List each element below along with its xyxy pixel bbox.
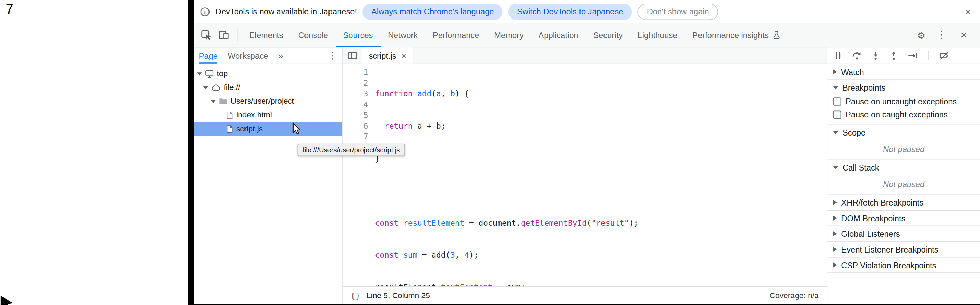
always-match-language-button[interactable]: Always match Chrome's language bbox=[363, 3, 503, 19]
flask-icon bbox=[773, 30, 781, 40]
tab-performance-insights[interactable]: Performance insights bbox=[685, 23, 788, 47]
kebab-menu-icon[interactable]: ⋮ bbox=[932, 26, 950, 44]
chevron-down-icon bbox=[833, 166, 838, 169]
section-label: Event Listener Breakpoints bbox=[841, 244, 938, 254]
section-label: Call Stack bbox=[843, 163, 879, 172]
coverage-status: Coverage: n/a bbox=[770, 291, 819, 300]
navigator-overflow-menu-icon[interactable]: ⋮ bbox=[328, 50, 337, 61]
section-scope-header[interactable]: Scope bbox=[827, 125, 980, 140]
chevron-right-icon bbox=[833, 231, 837, 236]
pause-uncaught-exceptions-row[interactable]: Pause on uncaught exceptions bbox=[827, 95, 980, 108]
step-icon[interactable] bbox=[908, 51, 918, 60]
devtools-close-icon[interactable]: × bbox=[953, 25, 975, 45]
info-icon bbox=[200, 6, 210, 16]
deactivate-breakpoints-icon[interactable] bbox=[940, 51, 950, 60]
code-line bbox=[375, 185, 827, 196]
section-dom-breakpoints-header[interactable]: DOM Breakpoints bbox=[827, 211, 980, 226]
folder-icon bbox=[219, 97, 228, 106]
toggle-navigator-icon[interactable] bbox=[342, 47, 363, 64]
expand-arrow-icon[interactable] bbox=[210, 100, 216, 103]
pause-uncaught-exceptions-checkbox[interactable] bbox=[833, 97, 842, 106]
tab-lighthouse[interactable]: Lighthouse bbox=[630, 23, 685, 47]
section-call-stack-header[interactable]: Call Stack bbox=[827, 160, 980, 175]
line-number: 2 bbox=[342, 78, 368, 88]
devtools-window: DevTools is now available in Japanese! A… bbox=[188, 0, 980, 305]
tree-item-index-html[interactable]: index.html bbox=[194, 108, 342, 122]
tab-elements[interactable]: Elements bbox=[242, 23, 291, 47]
cursor-position: Line 5, Column 25 bbox=[367, 291, 430, 300]
tab-performance[interactable]: Performance bbox=[425, 23, 487, 47]
cloud-icon bbox=[211, 83, 221, 92]
section-label: Breakpoints bbox=[843, 83, 885, 92]
navigator-pane: Page Workspace » ⋮ top bbox=[194, 47, 342, 303]
tab-memory[interactable]: Memory bbox=[487, 23, 531, 47]
section-event-listener-breakpoints-header[interactable]: Event Listener Breakpoints bbox=[827, 242, 980, 257]
section-global-listeners-header[interactable]: Global Listeners bbox=[827, 226, 980, 241]
switch-devtools-japanese-button[interactable]: Switch DevTools to Japanese bbox=[508, 3, 632, 19]
tab-close-icon[interactable]: × bbox=[401, 51, 406, 60]
tree-item-label: script.js bbox=[236, 125, 262, 133]
line-number: 7 bbox=[342, 131, 368, 142]
line-number: 1 bbox=[342, 67, 368, 78]
section-csp-violation-breakpoints: CSP Violation Breakpoints bbox=[827, 258, 980, 273]
section-watch-header[interactable]: Watch bbox=[827, 64, 980, 80]
debugger-pane: Watch Breakpoints Pause on uncaught exce… bbox=[827, 47, 980, 303]
section-event-listener-breakpoints: Event Listener Breakpoints bbox=[827, 242, 980, 258]
section-label: Global Listeners bbox=[841, 229, 900, 238]
code-line: resultElement.textContent = sum; bbox=[375, 282, 827, 286]
section-global-listeners: Global Listeners bbox=[827, 226, 980, 242]
section-label: CSP Violation Breakpoints bbox=[841, 260, 936, 270]
section-breakpoints-header[interactable]: Breakpoints bbox=[827, 80, 980, 95]
tab-console[interactable]: Console bbox=[291, 23, 336, 47]
chevron-right-icon bbox=[833, 247, 837, 252]
dont-show-again-button[interactable]: Don't show again bbox=[638, 3, 718, 19]
section-breakpoints: Breakpoints Pause on uncaught exceptions… bbox=[827, 80, 980, 125]
code-editor[interactable]: 1 2 3 4 5 6 7 function add(a, b) { retur… bbox=[342, 64, 827, 286]
tree-item-project-folder[interactable]: Users/user/project bbox=[194, 94, 342, 108]
expand-arrow-icon[interactable] bbox=[197, 72, 202, 75]
settings-gear-icon[interactable]: ⚙ bbox=[912, 26, 930, 44]
tree-item-label: index.html bbox=[236, 110, 272, 120]
line-number: 3 bbox=[342, 88, 368, 99]
device-toolbar-icon[interactable] bbox=[215, 26, 232, 44]
more-tabs-icon[interactable]: » bbox=[278, 51, 283, 61]
tree-item-file-scheme[interactable]: file:// bbox=[194, 81, 342, 94]
infobar: DevTools is now available in Japanese! A… bbox=[194, 0, 980, 23]
inspect-element-icon[interactable] bbox=[197, 26, 215, 44]
chevron-down-icon bbox=[833, 131, 838, 134]
frame-icon bbox=[205, 69, 214, 78]
pause-caught-exceptions-checkbox[interactable] bbox=[833, 110, 842, 119]
pretty-print-icon[interactable]: {} bbox=[351, 291, 361, 300]
step-into-icon[interactable] bbox=[871, 51, 880, 60]
section-xhr-breakpoints: XHR/fetch Breakpoints bbox=[827, 195, 980, 211]
pause-icon[interactable] bbox=[834, 51, 843, 60]
tab-page[interactable]: Page bbox=[199, 47, 218, 64]
editor-tab-script-js[interactable]: script.js × bbox=[363, 47, 413, 64]
tree-item-top[interactable]: top bbox=[194, 67, 342, 81]
section-label: XHR/fetch Breakpoints bbox=[841, 198, 923, 207]
expand-arrow-icon[interactable] bbox=[203, 86, 208, 89]
file-path-tooltip: file:///Users/user/project/script.js bbox=[298, 144, 405, 156]
section-xhr-breakpoints-header[interactable]: XHR/fetch Breakpoints bbox=[827, 195, 980, 210]
chevron-down-icon bbox=[833, 86, 838, 89]
code-lines: function add(a, b) { return a + b; } con… bbox=[375, 67, 827, 286]
cursor-artifact bbox=[0, 296, 15, 305]
step-over-icon[interactable] bbox=[852, 51, 862, 60]
tab-security[interactable]: Security bbox=[585, 23, 630, 47]
page-content-number: 7 bbox=[5, 2, 13, 18]
tab-application[interactable]: Application bbox=[531, 23, 586, 47]
section-dom-breakpoints: DOM Breakpoints bbox=[827, 211, 980, 227]
tab-sources[interactable]: Sources bbox=[336, 23, 380, 47]
editor-statusbar: {} Line 5, Column 25 Coverage: n/a bbox=[342, 286, 827, 303]
step-out-icon[interactable] bbox=[889, 51, 898, 60]
toolbar-divider bbox=[237, 29, 238, 41]
section-csp-violation-breakpoints-header[interactable]: CSP Violation Breakpoints bbox=[827, 258, 980, 273]
pause-caught-exceptions-row[interactable]: Pause on caught exceptions bbox=[827, 108, 980, 121]
scope-not-paused-text: Not paused bbox=[827, 140, 980, 159]
call-stack-not-paused-text: Not paused bbox=[827, 175, 980, 194]
infobar-close-icon[interactable]: × bbox=[962, 5, 974, 19]
tree-item-script-js[interactable]: script.js bbox=[194, 122, 342, 136]
tab-workspace[interactable]: Workspace bbox=[228, 47, 268, 64]
tab-network[interactable]: Network bbox=[380, 23, 425, 47]
chevron-right-icon bbox=[833, 69, 837, 75]
